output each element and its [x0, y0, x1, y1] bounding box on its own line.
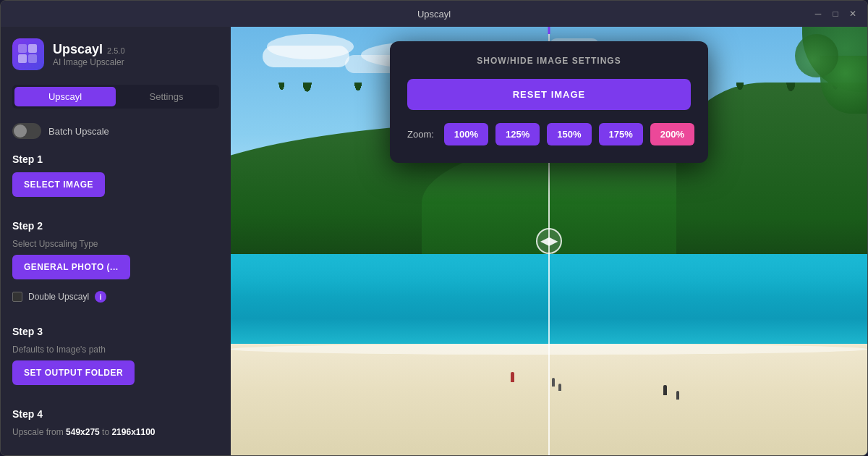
brand-version: 2.5.0	[107, 46, 124, 55]
step4-description: Upscale from 549x275 to 2196x1100	[12, 427, 219, 437]
comparison-divider-handle[interactable]: ◀▶	[536, 228, 562, 254]
brand-name-label: Upscayl	[53, 42, 103, 57]
figure3	[558, 384, 561, 391]
leaves-overlay	[780, 27, 867, 157]
tab-bar: Upscayl Settings	[12, 85, 219, 109]
step4-to-size: 2196x1100	[111, 427, 155, 437]
upscaling-type-button[interactable]: GENERAL PHOTO (...	[12, 255, 130, 279]
double-upscayl-label: Double Upscayl	[28, 292, 89, 302]
reset-image-button[interactable]: RESET IMAGE	[407, 79, 691, 110]
step4-section: Step 4 Upscale from 549x275 to 2196x1100	[12, 408, 219, 443]
step1-label: Step 1	[12, 153, 219, 165]
brand-logo-icon	[18, 44, 38, 64]
select-image-button[interactable]: SELECT IMAGE	[12, 172, 105, 197]
double-upscayl-info-icon[interactable]: i	[95, 291, 106, 303]
svg-rect-0	[18, 44, 27, 53]
step4-from-size: 549x275	[66, 427, 100, 437]
figure1	[511, 372, 514, 382]
settings-panel-title: SHOW/HIDE IMAGE SETTINGS	[407, 56, 691, 66]
step2-section: Step 2 Select Upscaling Type GENERAL PHO…	[12, 220, 219, 314]
window-title: Upscayl	[417, 9, 451, 20]
maximize-button[interactable]: □	[830, 8, 841, 20]
brand: Upscayl 2.5.0 AI Image Upscaler	[12, 38, 219, 70]
titlebar: Upscayl ─ □ ✕	[1, 1, 867, 27]
zoom-100-button[interactable]: 100%	[444, 123, 488, 145]
toggle-knob	[14, 124, 27, 138]
step4-label: Step 4	[12, 408, 219, 420]
window-controls: ─ □ ✕	[812, 8, 859, 20]
batch-upscale-row: Batch Upscale	[12, 123, 219, 139]
minimize-button[interactable]: ─	[812, 8, 824, 20]
leaf-cluster-mid	[795, 34, 838, 77]
figure4	[663, 385, 667, 395]
app-window: Upscayl ─ □ ✕ Up	[0, 0, 868, 456]
sidebar: Upscayl 2.5.0 AI Image Upscaler Upscayl …	[1, 27, 231, 455]
step3-section: Step 3 Defaults to Image's path SET OUTP…	[12, 326, 219, 397]
step2-sublabel: Select Upscaling Type	[12, 239, 219, 249]
zoom-175-button[interactable]: 175%	[599, 123, 643, 145]
svg-rect-3	[28, 54, 37, 63]
settings-panel: SHOW/HIDE IMAGE SETTINGS RESET IMAGE Zoo…	[390, 41, 708, 163]
divider-top-indicator	[548, 27, 550, 34]
brand-text: Upscayl 2.5.0 AI Image Upscaler	[53, 42, 125, 67]
batch-upscale-label: Batch Upscale	[48, 126, 109, 137]
cloud1b	[267, 34, 354, 59]
figure2	[552, 378, 555, 387]
tab-settings[interactable]: Settings	[116, 87, 217, 106]
zoom-150-button[interactable]: 150%	[547, 123, 591, 145]
zoom-200-button[interactable]: 200%	[650, 123, 694, 145]
brand-tagline: AI Image Upscaler	[53, 57, 125, 67]
divider-arrows-icon: ◀▶	[540, 235, 558, 247]
batch-upscale-toggle[interactable]	[12, 123, 41, 139]
brand-name-row: Upscayl 2.5.0	[53, 42, 125, 57]
svg-rect-2	[18, 54, 27, 63]
main-image-area: ◀▶ SHOW/HIDE IMAGE SETTINGS RESET IMAGE …	[231, 27, 867, 455]
step2-label: Step 2	[12, 220, 219, 232]
zoom-label: Zoom:	[407, 129, 434, 140]
step3-sublabel: Defaults to Image's path	[12, 345, 219, 355]
set-output-folder-button[interactable]: SET OUTPUT FOLDER	[12, 360, 135, 385]
app-body: Upscayl 2.5.0 AI Image Upscaler Upscayl …	[1, 27, 867, 455]
zoom-125-button[interactable]: 125%	[495, 123, 540, 145]
step1-section: Step 1 SELECT IMAGE	[12, 153, 219, 208]
step3-label: Step 3	[12, 326, 219, 337]
tab-upscayl[interactable]: Upscayl	[14, 87, 116, 106]
zoom-row: Zoom: 100% 125% 150% 175% 200%	[407, 123, 691, 145]
figure5	[676, 391, 679, 400]
brand-logo	[12, 38, 44, 70]
double-upscayl-checkbox[interactable]	[12, 292, 22, 302]
double-upscayl-row: Double Upscayl i	[12, 291, 219, 303]
close-button[interactable]: ✕	[847, 8, 859, 20]
svg-rect-1	[28, 44, 37, 53]
